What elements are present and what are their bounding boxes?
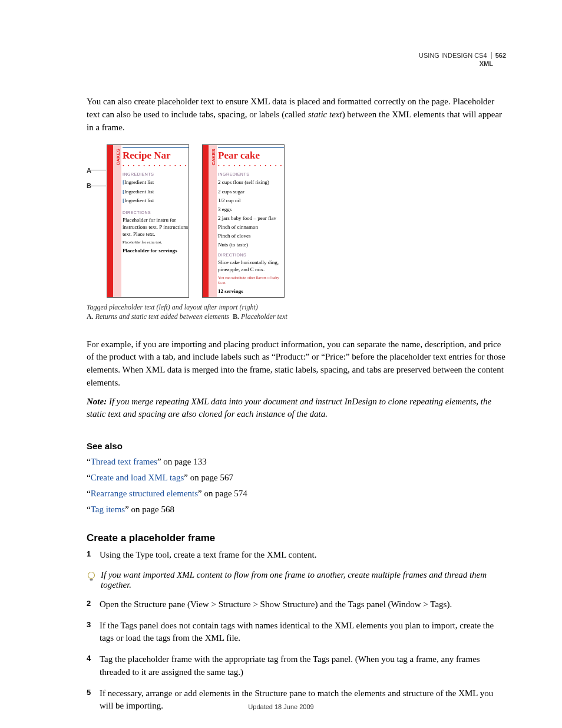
- ingredients-heading: INGREDIENTS: [123, 172, 189, 177]
- link-rearrange[interactable]: Rearrange structured elements: [91, 489, 198, 498]
- steps-list-cont: Open the Structure pane (View > Structur…: [87, 598, 506, 713]
- label-a: A: [87, 167, 94, 174]
- example-paragraph: For example, if you are importing and pl…: [87, 338, 506, 390]
- page-number: 562: [491, 52, 506, 59]
- link-thread-frames[interactable]: Thread text frames: [91, 457, 157, 466]
- steps-list: Using the Type tool, create a text frame…: [87, 549, 506, 562]
- note: Note: If you merge repeating XML data in…: [87, 396, 506, 421]
- see-also-item: “Rearrange structured elements” on page …: [87, 489, 506, 499]
- see-also-item: “Create and load XML tags” on page 567: [87, 473, 506, 483]
- figure-panel-left: CAKES Recipe Nar • • • • • • • • • • • •…: [107, 144, 189, 298]
- section-name: XML: [87, 60, 506, 67]
- product-name: USING INDESIGN CS4: [419, 52, 487, 59]
- page-header: USING INDESIGN CS4 562 XML: [87, 52, 506, 67]
- figure-labels: A B: [87, 144, 94, 197]
- see-also-heading: See also: [87, 441, 506, 451]
- tab-label: CAKES: [211, 149, 216, 166]
- step-4: Tag the placeholder frame with the appro…: [87, 653, 506, 679]
- figure-panel-right: CAKES Pear cake • • • • • • • • • • • • …: [202, 144, 285, 298]
- see-also-item: “Tag items” on page 568: [87, 505, 506, 515]
- footer-updated: Updated 18 June 2009: [0, 703, 562, 710]
- see-also-item: “Thread text frames” on page 133: [87, 457, 506, 467]
- svg-rect-1: [90, 579, 93, 580]
- recipe-title-left: Recipe Nar: [123, 147, 189, 163]
- figure-caption: Tagged placeholder text (left) and layou…: [87, 302, 506, 321]
- tab-label: CAKES: [115, 149, 121, 166]
- svg-point-0: [88, 572, 95, 578]
- intro-paragraph: You can also create placeholder text to …: [87, 95, 506, 134]
- figure: A B CAKES Recipe Nar • • • • • • • • • •…: [87, 144, 506, 321]
- tip: If you want imported XML content to flow…: [87, 570, 506, 590]
- step-2: Open the Structure pane (View > Structur…: [87, 598, 506, 611]
- lightbulb-icon: [87, 571, 96, 590]
- svg-rect-2: [90, 580, 92, 581]
- link-tag-items[interactable]: Tag items: [91, 505, 125, 514]
- recipe-title-right: Pear cake: [218, 147, 284, 163]
- link-create-tags[interactable]: Create and load XML tags: [91, 473, 184, 482]
- subheading-create-placeholder: Create a placeholder frame: [87, 532, 506, 544]
- step-1: Using the Type tool, create a text frame…: [87, 549, 506, 562]
- step-3: If the Tags panel does not contain tags …: [87, 620, 506, 645]
